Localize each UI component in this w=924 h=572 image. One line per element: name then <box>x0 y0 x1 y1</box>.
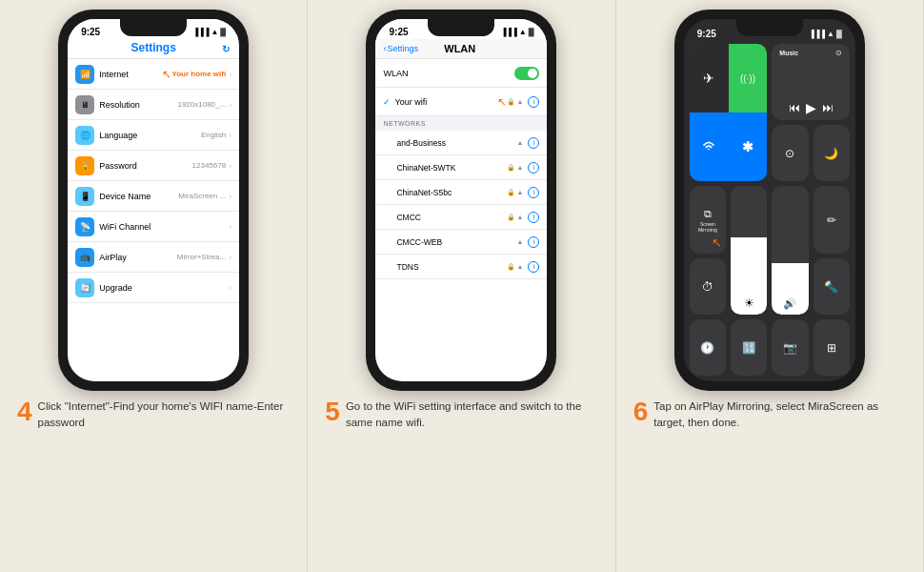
signal-icon-4: ▐▐▐ <box>192 28 209 36</box>
screen-mirror-cell[interactable]: ⧉ ScreenMirroring ↖ <box>690 186 726 254</box>
calculator-cell[interactable]: 🔢 <box>731 319 767 376</box>
battery-icon-5: ▓ <box>529 28 534 36</box>
settings-header-4: Settings ↻ <box>68 39 239 59</box>
wlan-back-button[interactable]: ‹ Settings <box>383 44 418 53</box>
phone-notch-5 <box>428 19 494 36</box>
wifi-info-2[interactable]: i <box>528 187 539 198</box>
wifi-item-0[interactable]: and-Business ▲ i <box>375 131 547 155</box>
internet-icon: 📶 <box>75 65 94 84</box>
devicename-chevron: › <box>229 192 231 201</box>
wifi-item-3[interactable]: CMCC 🔒 ▲ i <box>375 205 547 230</box>
wifi-icons-2: 🔒 ▲ i <box>507 187 540 198</box>
phone-notch-4 <box>120 19 187 36</box>
lock-2: 🔒 <box>507 189 515 196</box>
settings-item-resolution[interactable]: 🖥 Resolution 1920x1080_... › <box>68 90 239 120</box>
wifi-name-3: CMCC <box>396 213 506 222</box>
wifi-info-0[interactable]: i <box>528 137 539 149</box>
wifi-info-3[interactable]: i <box>528 212 539 223</box>
step-number-4: 4 <box>17 398 32 425</box>
step-area-5: 5 Go to the WiFi setting interface and s… <box>315 391 607 439</box>
wifi-cell[interactable] <box>690 112 729 181</box>
wlan-toggle[interactable] <box>514 67 539 80</box>
wifi-icon-cc <box>702 140 715 153</box>
lock-icon-current: 🔒 <box>507 98 515 106</box>
settings-item-internet[interactable]: 📶 Internet ↖ Your home wifi › <box>68 59 239 90</box>
airplay-label: AirPlay <box>99 253 177 262</box>
hotspot-icon: ((·)) <box>740 73 755 84</box>
music-title: Music <box>779 50 798 56</box>
phone-frame-4: 9:25 ▐▐▐ ▲ ▓ Settings ↻ 📶 Internet ↖ <box>58 10 249 391</box>
phone-screen-6: 9:25 ▐▐▐ ▲ ▓ ✈ ((·)) <box>684 19 855 381</box>
wifi-name-0: and-Business <box>396 138 516 148</box>
wifi-item-4[interactable]: CMCC-WEB ▲ i <box>375 230 547 255</box>
airplay-cc-cell[interactable]: ⊙ <box>772 125 808 181</box>
play-icon[interactable]: ▶ <box>806 100 816 115</box>
bluetooth-cell[interactable]: ✱ <box>729 112 768 181</box>
wifi-icons-3: 🔒 ▲ i <box>507 212 540 223</box>
flashlight-cell[interactable]: 🔦 <box>814 258 850 315</box>
wifi-name-5: TDNS <box>396 262 506 272</box>
step-area-6: 6 Tap on AirPlay Mirroring, select MiraS… <box>624 391 915 439</box>
settings-item-upgrade[interactable]: 🔄 Upgrade › <box>68 273 239 303</box>
password-label: Password <box>99 161 191 171</box>
signal-icon-5: ▐▐▐ <box>501 28 517 36</box>
screen-mirror-label: ScreenMirroring <box>698 221 717 233</box>
settings-item-wifichannel[interactable]: 📡 WiFi Channel › <box>68 212 239 242</box>
step-text-6: Tap on AirPlay Mirroring, select MiraScr… <box>653 398 906 432</box>
step-text-4: Click "Internet"-Find your home's WIFI n… <box>38 398 291 432</box>
wifi-signal-5: ▲ <box>517 263 524 270</box>
camera-cell[interactable]: 📷 <box>772 319 808 376</box>
airplay-icon: 📺 <box>75 248 94 267</box>
settings-item-devicename[interactable]: 📱 Device Name MiraScreen ... › <box>68 181 239 212</box>
hotspot-cell[interactable]: ((·)) <box>729 44 768 112</box>
wlan-toggle-row[interactable]: WLAN <box>375 59 547 88</box>
info-icon-current[interactable]: i <box>528 96 539 108</box>
next-icon[interactable]: ⏭ <box>822 101 834 114</box>
qr-cell[interactable]: ⊞ <box>814 319 850 376</box>
edit-cell[interactable]: ✏ <box>814 186 850 254</box>
do-not-disturb-cell[interactable]: 🌙 <box>814 125 850 181</box>
wifi-info-1[interactable]: i <box>528 162 539 174</box>
wifichannel-label: WiFi Channel <box>99 222 226 232</box>
settings-item-language[interactable]: 🌐 Language English › <box>68 120 239 151</box>
wifi-signal-2: ▲ <box>517 189 524 195</box>
upgrade-icon: 🔄 <box>75 278 94 297</box>
settings-item-airplay[interactable]: 📺 AirPlay Mirror+Strea... › <box>68 242 239 273</box>
battery-icon-4: ▓ <box>220 28 226 36</box>
step-number-5: 5 <box>325 398 340 425</box>
wifichannel-icon: 📡 <box>75 217 94 236</box>
wifi-icon-5: ▲ <box>519 28 527 36</box>
section-4: 9:25 ▐▐▐ ▲ ▓ Settings ↻ 📶 Internet ↖ <box>0 0 308 572</box>
lock-5: 🔒 <box>507 263 515 271</box>
internet-value: Your home wifi <box>171 70 226 78</box>
bluetooth-icon: ✱ <box>742 139 753 154</box>
devicename-icon: 📱 <box>75 187 94 206</box>
wifi-item-5[interactable]: TDNS 🔒 ▲ i <box>375 255 547 279</box>
brightness-slider[interactable]: ☀ <box>731 186 767 315</box>
cc-wifi-icon: ▲ <box>827 30 834 38</box>
settings-item-password[interactable]: 🔒 Password 12345678 › <box>68 151 239 181</box>
clock-cell[interactable]: 🕐 <box>690 319 726 376</box>
wifi-item-1[interactable]: ChinaNet-5WTK 🔒 ▲ i <box>375 155 547 180</box>
screen-mirror-icon: ⧉ <box>704 208 712 220</box>
volume-slider[interactable]: 🔊 <box>772 186 808 315</box>
refresh-icon-4[interactable]: ↻ <box>222 44 230 54</box>
devicename-label: Device Name <box>99 192 178 201</box>
airplay-music-icon: ⊙ <box>835 49 842 57</box>
wifi-icons-5: 🔒 ▲ i <box>507 261 540 273</box>
airplane-cell[interactable]: ✈ <box>690 44 729 112</box>
prev-icon[interactable]: ⏮ <box>789 101 800 114</box>
wifi-info-5[interactable]: i <box>528 261 539 273</box>
current-wifi-row[interactable]: ✓ Your wifi ↖ 🔒 ▲ i <box>375 88 547 116</box>
wifi-signal-1: ▲ <box>517 164 524 171</box>
brightness-icon: ☀ <box>744 296 754 310</box>
volume-icon: 🔊 <box>783 297 796 310</box>
resolution-icon: 🖥 <box>75 95 94 114</box>
resolution-value: 1920x1080_... <box>177 100 226 109</box>
wifi-info-4[interactable]: i <box>528 236 539 248</box>
networks-label: NETWORKS <box>383 120 425 127</box>
timer-cell[interactable]: ⏱ <box>690 258 726 315</box>
wifi-item-2[interactable]: ChinaNet-S5bc 🔒 ▲ i <box>375 180 547 205</box>
password-value: 12345678 <box>192 161 227 170</box>
moon-icon: 🌙 <box>824 147 838 160</box>
